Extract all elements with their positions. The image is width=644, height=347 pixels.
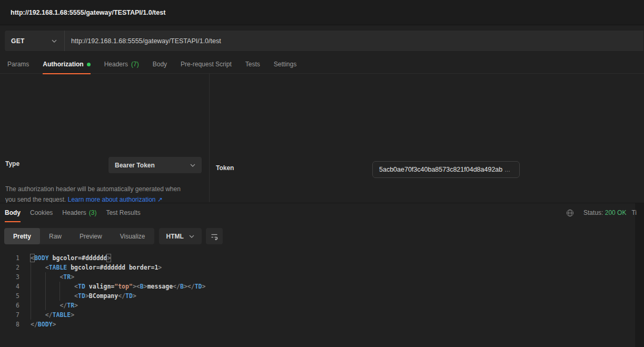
code-line: 2 <TABLE bgcolor=#dddddd border=1> [0, 263, 635, 272]
code-line: 5 <TD>BCompany</TD> [0, 291, 635, 301]
response-status-bar: Status: 200 OK Ti [566, 203, 637, 222]
token-value: 5acb0ae70f3c40ba8573c821f04d8a492ab [379, 166, 502, 173]
view-tab-pretty[interactable]: Pretty [4, 228, 40, 244]
url-input[interactable]: http://192.168.1.68:5555/gateway/TESTAPI… [65, 31, 643, 51]
indent-guide [60, 282, 60, 301]
line-number: 4 [0, 282, 19, 291]
response-tab-test-results[interactable]: Test Results [106, 203, 140, 222]
time-label-cutoff: Ti [631, 209, 637, 216]
auth-type-label: Type [5, 160, 19, 167]
line-number: 3 [0, 272, 19, 282]
method-value: GET [11, 37, 25, 45]
chevron-down-icon [52, 39, 57, 43]
response-tab-headers[interactable]: Headers (3) [62, 203, 96, 222]
chevron-down-icon [189, 235, 194, 238]
code-line: 6 </TR> [0, 301, 635, 310]
response-view-tabs: Pretty Raw Preview Visualize [4, 228, 154, 244]
response-body-code[interactable]: 1<BODY bgcolor=#dddddd>2 <TABLE bgcolor=… [0, 248, 635, 347]
response-tabs: Body Cookies Headers (3) Test Results [0, 203, 644, 222]
view-tab-preview[interactable]: Preview [71, 228, 111, 244]
code-lines: 1<BODY bgcolor=#dddddd>2 <TABLE bgcolor=… [0, 253, 635, 329]
token-truncation-ellipsis: ... [504, 166, 510, 173]
panel-divider [209, 74, 210, 202]
learn-more-link[interactable]: Learn more about authorization ↗ [68, 196, 163, 203]
code-line: 1<BODY bgcolor=#dddddd> [0, 253, 635, 263]
tab-tests[interactable]: Tests [245, 55, 260, 74]
line-number: 2 [0, 263, 19, 272]
tab-pre-request-script[interactable]: Pre-request Script [181, 55, 232, 74]
view-tab-visualize[interactable]: Visualize [111, 228, 154, 244]
code-line: 7 </TABLE> [0, 310, 635, 320]
line-number: 5 [0, 291, 19, 301]
tab-params[interactable]: Params [7, 55, 29, 74]
url-value: http://192.168.1.68:5555/gateway/TESTAPI… [71, 37, 221, 45]
indent-guide [31, 263, 31, 320]
token-input[interactable]: 5acb0ae70f3c40ba8573c821f04d8a492ab ... [372, 161, 520, 178]
response-headers-count: (3) [89, 209, 97, 216]
view-tab-raw[interactable]: Raw [40, 228, 71, 244]
auth-type-select[interactable]: Bearer Token [108, 157, 202, 173]
response-section: Body Cookies Headers (3) Test Results St… [0, 203, 644, 347]
response-tab-body[interactable]: Body [5, 203, 21, 222]
tab-headers[interactable]: Headers (7) [104, 55, 139, 74]
line-number: 7 [0, 310, 19, 320]
indent-guide [45, 272, 46, 310]
status-value: 200 OK [605, 209, 627, 216]
code-line: 8</BODY> [0, 320, 635, 329]
status-text: Status: 200 OK [583, 209, 626, 216]
external-link-arrow-icon: ↗ [157, 196, 163, 203]
request-tab-bar: http://192.168.1.68:5555/gateway/TESTAPI… [0, 0, 644, 25]
token-label: Token [216, 164, 234, 172]
headers-count: (7) [131, 61, 139, 68]
auth-configured-dot [87, 63, 91, 66]
auth-help-line1: The authorization header will be automat… [5, 184, 205, 194]
auth-help-text: The authorization header will be automat… [5, 184, 205, 205]
response-tab-cookies[interactable]: Cookies [30, 203, 53, 222]
authorization-panel: Type Bearer Token The authorization head… [0, 74, 644, 202]
tab-authorization[interactable]: Authorization [43, 55, 90, 74]
wrap-text-button[interactable] [206, 228, 223, 244]
request-tabs: Params Authorization Headers (7) Body Pr… [0, 55, 644, 74]
format-value: HTML [166, 233, 184, 240]
url-bar: GET http://192.168.1.68:5555/gateway/TES… [4, 30, 644, 52]
method-select[interactable]: GET [5, 31, 65, 51]
line-number: 6 [0, 301, 19, 310]
tab-body[interactable]: Body [153, 55, 167, 74]
chevron-down-icon [190, 164, 195, 167]
response-view-toolbar: Pretty Raw Preview Visualize HTML [4, 228, 223, 244]
code-line: 3 <TR> [0, 272, 635, 282]
line-number: 8 [0, 320, 19, 329]
line-number: 1 [0, 253, 19, 263]
code-line: 4 <TD valign="top"><B>message</B></TD> [0, 282, 635, 291]
auth-type-value: Bearer Token [115, 162, 155, 169]
format-select[interactable]: HTML [159, 228, 202, 244]
wrap-text-icon [210, 232, 219, 241]
status-label: Status: [583, 209, 603, 216]
request-tab-title: http://192.168.1.68:5555/gateway/TESTAPI… [11, 9, 165, 16]
tab-settings[interactable]: Settings [274, 55, 296, 74]
response-scrollbar-gutter[interactable] [635, 203, 644, 347]
network-globe-icon[interactable] [566, 209, 574, 217]
